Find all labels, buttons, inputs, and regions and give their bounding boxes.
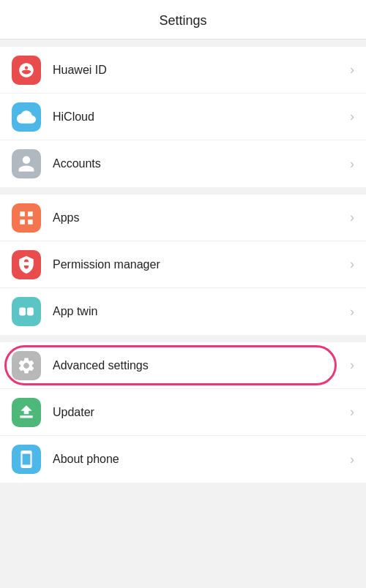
svg-rect-0 [19, 308, 26, 316]
hicloud-label: HiCloud [53, 110, 350, 124]
advanced-chevron: › [350, 358, 354, 373]
svg-rect-1 [27, 308, 34, 316]
advanced-settings-label: Advanced settings [53, 359, 350, 372]
huawei-icon [17, 61, 36, 80]
settings-item-about-phone[interactable]: About phone › [0, 436, 366, 483]
settings-group-apps: Apps › Permission manager › App twin › [0, 195, 366, 335]
hicloud-icon-wrapper [12, 102, 41, 132]
permission-chevron: › [350, 257, 354, 272]
apps-icon-wrapper [12, 203, 41, 233]
accounts-icon [17, 154, 36, 173]
settings-group-accounts: Huawei ID › HiCloud › Accounts › [0, 47, 366, 187]
settings-item-app-twin[interactable]: App twin › [0, 288, 366, 335]
apptwin-chevron: › [350, 304, 354, 320]
huawei-id-icon-wrapper [12, 56, 41, 85]
settings-item-accounts[interactable]: Accounts › [0, 140, 366, 187]
permission-icon [17, 255, 36, 274]
apptwin-icon-wrapper [12, 297, 41, 326]
advanced-icon-wrapper [12, 351, 41, 380]
apps-icon [17, 208, 36, 227]
app-twin-label: App twin [53, 305, 350, 318]
huawei-id-chevron: › [350, 62, 354, 78]
permission-manager-label: Permission manager [53, 258, 350, 271]
page-header: Settings [0, 0, 366, 39]
permission-icon-wrapper [12, 250, 41, 279]
settings-group-advanced: Advanced settings › Updater › About phon… [0, 342, 366, 483]
accounts-icon-wrapper [12, 149, 41, 178]
settings-item-hicloud[interactable]: HiCloud › [0, 94, 366, 140]
advanced-icon [17, 356, 36, 375]
aboutphone-chevron: › [350, 452, 354, 467]
apps-chevron: › [350, 210, 354, 225]
updater-label: Updater [53, 406, 350, 419]
settings-item-huawei-id[interactable]: Huawei ID › [0, 47, 366, 94]
aboutphone-icon [17, 450, 36, 469]
settings-item-permission-manager[interactable]: Permission manager › [0, 241, 366, 288]
updater-icon [17, 403, 36, 422]
huawei-id-label: Huawei ID [53, 64, 350, 77]
accounts-chevron: › [350, 157, 354, 172]
updater-icon-wrapper [12, 398, 41, 427]
updater-chevron: › [350, 404, 354, 420]
page-title: Settings [159, 13, 206, 28]
hicloud-chevron: › [350, 109, 354, 124]
settings-item-updater[interactable]: Updater › [0, 389, 366, 436]
settings-item-advanced-settings[interactable]: Advanced settings › [0, 342, 366, 389]
aboutphone-icon-wrapper [12, 445, 41, 474]
settings-item-apps[interactable]: Apps › [0, 195, 366, 241]
apptwin-icon [17, 302, 36, 321]
apps-label: Apps [53, 211, 350, 225]
about-phone-label: About phone [53, 453, 350, 466]
hicloud-icon [17, 108, 36, 127]
accounts-label: Accounts [53, 157, 350, 170]
